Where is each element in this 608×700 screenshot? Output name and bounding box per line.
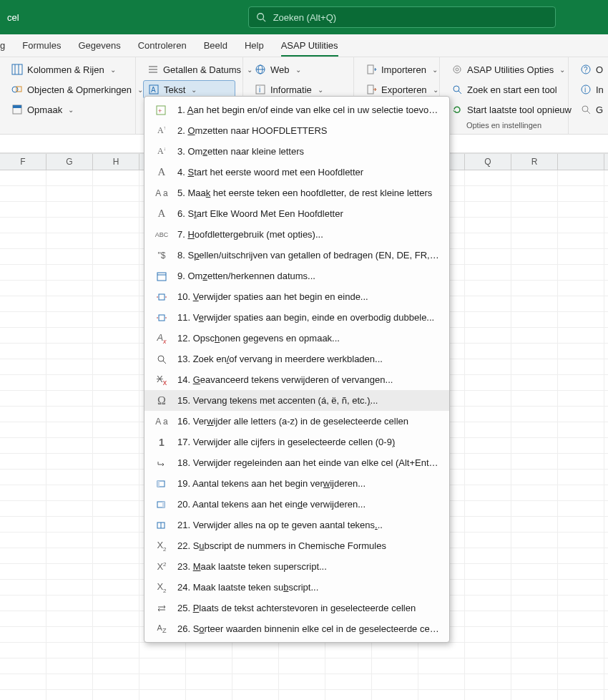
menu-item-2[interactable]: A↑2. Omzetten naar HOOFDLETTERS [144,120,449,141]
grid-cell[interactable] [0,674,46,689]
grid-cell[interactable] [511,564,558,579]
grid-cell[interactable] [93,391,139,406]
grid-cell[interactable] [46,690,93,700]
grid-cell[interactable] [511,233,558,248]
grid-cell[interactable] [0,485,46,500]
grid-cell[interactable] [232,658,279,674]
grid-cell[interactable] [558,296,604,311]
grid-cell[interactable] [0,517,46,532]
grid-cell[interactable] [465,611,511,626]
grid-cell[interactable] [93,627,139,642]
menu-item-16[interactable]: A a16. Verwijder alle letters (a-z) in d… [144,411,449,432]
grid-cell[interactable] [558,643,604,658]
grid-cell[interactable] [46,375,93,390]
tab-asap-utilities[interactable]: ASAP Utilities [281,34,338,57]
grid-cell[interactable] [0,548,46,563]
grid-cell[interactable] [93,328,139,343]
grid-cell[interactable] [93,564,139,579]
grid-cell[interactable] [139,643,186,658]
grid-cell[interactable] [511,359,558,374]
grid-cell[interactable] [465,564,511,579]
grid-cell[interactable] [186,643,232,658]
grid-cell[interactable] [511,312,558,327]
grid-cell[interactable] [465,170,511,185]
grid-cell[interactable] [325,674,372,689]
grid-cell[interactable] [465,359,511,374]
grid-cell[interactable] [558,186,604,201]
grid-cell[interactable] [558,249,604,264]
menu-item-13[interactable]: 13. Zoek en/of vervang in meerdere werkb… [144,349,449,369]
grid-cell[interactable] [0,281,46,296]
grid-cell[interactable] [93,202,139,217]
grid-cell[interactable] [465,375,511,390]
grid-cell[interactable] [558,580,604,595]
grid-cell[interactable] [372,674,418,689]
grid-cell[interactable] [0,690,46,700]
import-button[interactable]: Importeren⌄ [361,60,432,79]
grid-cell[interactable] [465,627,511,642]
grid-cell[interactable] [0,391,46,406]
menu-item-25[interactable]: 25. Plaats de tekst achterstevoren in ge… [144,598,449,618]
grid-cell[interactable] [93,281,139,296]
grid-cell[interactable] [93,186,139,201]
numbers-dates-button[interactable]: Getallen & Datums⌄ [143,60,235,79]
grid-cell[interactable] [0,580,46,595]
grid-cell[interactable] [46,281,93,296]
grid-cell[interactable] [511,391,558,406]
grid-cell[interactable] [232,643,279,658]
grid-cell[interactable] [0,658,46,674]
grid-cell[interactable] [465,407,511,422]
grid-cell[interactable] [46,485,93,500]
grid-cell[interactable] [46,422,93,437]
grid-cell[interactable] [465,596,511,611]
menu-item-26[interactable]: AZ26. Sorteer waarden binnenin elke cel … [144,618,449,639]
grid-cell[interactable] [93,501,139,516]
grid-cell[interactable] [0,611,46,626]
grid-cell[interactable] [93,470,139,485]
grid-cell[interactable] [558,422,604,437]
grid-cell[interactable] [558,281,604,296]
grid-cell[interactable] [232,690,279,700]
grid-cell[interactable] [558,690,604,700]
grid-cell[interactable] [511,658,558,674]
grid-cell[interactable] [465,690,511,700]
grid-cell[interactable] [0,359,46,374]
grid-cell[interactable] [558,328,604,343]
grid-cell[interactable] [0,643,46,658]
objects-comments-button[interactable]: Objecten & Opmerkingen⌄ [7,80,128,99]
grid-cell[interactable] [418,658,465,674]
tab-gegevens[interactable]: Gegevens [78,40,120,51]
column-header[interactable]: F [0,154,46,170]
grid-cell[interactable] [46,470,93,485]
grid-cell[interactable] [93,170,139,185]
menu-item-22[interactable]: X222. Subscript de nummers in Chemische … [144,535,449,556]
grid-cell[interactable] [558,501,604,516]
grid-cell[interactable] [372,658,418,674]
grid-cell[interactable] [0,233,46,248]
grid-cell[interactable] [465,186,511,201]
grid-cell[interactable] [232,674,279,689]
grid-cell[interactable] [558,312,604,327]
grid-cell[interactable] [511,580,558,595]
menu-item-5[interactable]: A a5. Maak het eerste teken een hoofdlet… [144,183,449,203]
grid-cell[interactable] [46,611,93,626]
grid-cell[interactable] [0,265,46,280]
grid-cell[interactable] [46,249,93,264]
grid-cell[interactable] [558,548,604,563]
grid-cell[interactable] [0,422,46,437]
grid-cell[interactable] [372,690,418,700]
grid-cell[interactable] [46,564,93,579]
grid-cell[interactable] [558,564,604,579]
grid-cell[interactable] [465,344,511,359]
tab-controleren[interactable]: Controleren [138,40,187,51]
grid-cell[interactable] [0,218,46,233]
grid-cell[interactable] [46,359,93,374]
grid-cell[interactable] [93,643,139,658]
grid-cell[interactable] [93,438,139,453]
menu-item-18[interactable]: 18. Verwijder regeleinden aan het einde … [144,452,449,473]
grid-cell[interactable] [46,170,93,185]
grid-cell[interactable] [465,312,511,327]
grid-cell[interactable] [558,627,604,642]
grid-cell[interactable] [46,438,93,453]
grid-cell[interactable] [93,658,139,674]
